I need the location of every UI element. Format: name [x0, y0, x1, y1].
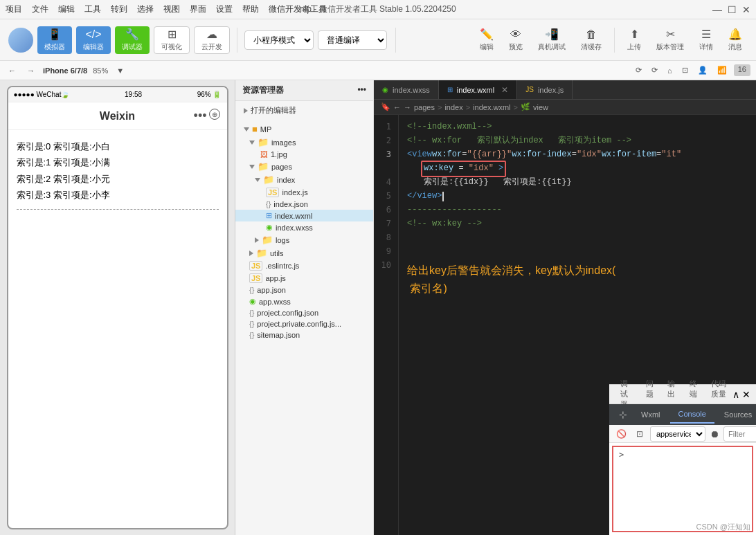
- line-num-4: 4: [377, 176, 395, 190]
- maximize-button[interactable]: ☐: [728, 4, 737, 15]
- menu-item-select[interactable]: 选择: [137, 3, 154, 15]
- mp-section: ■ MP 📁 images 🖼 1.jpg 📁 pages: [235, 120, 373, 343]
- preview-button[interactable]: 👁 预览: [503, 26, 528, 55]
- simulator-button[interactable]: 📱 模拟器: [37, 26, 72, 54]
- device-bar: ← → iPhone 6/7/8 85% ▼ ⟳ ⟳ ⌂ ⊡ 👤 📶 16: [0, 61, 756, 80]
- tab-sources[interactable]: Sources: [716, 406, 756, 423]
- visual-button[interactable]: ⊞ 可视化: [154, 26, 190, 54]
- minimize-button[interactable]: —: [712, 4, 722, 15]
- images-label: images: [271, 138, 296, 147]
- wxml-tab-close[interactable]: ✕: [501, 85, 508, 95]
- opened-editors-toggle[interactable]: 打开的编辑器: [235, 104, 373, 117]
- mp-toggle[interactable]: ■ MP: [235, 123, 373, 136]
- file-app-json[interactable]: {} app.json: [235, 284, 373, 296]
- back-button[interactable]: ←: [6, 65, 19, 76]
- mode-select[interactable]: 小程序模式: [244, 30, 314, 50]
- rotate-button[interactable]: ⟳: [633, 64, 645, 76]
- file-index-wxml[interactable]: ⊞ index.wxml: [235, 210, 373, 221]
- wifi-button[interactable]: 📶: [714, 64, 730, 76]
- sitemap-label: sitemap.json: [257, 331, 300, 339]
- opened-editors-label: 打开的编辑器: [251, 105, 296, 116]
- edit-button[interactable]: ✏️ 编辑: [474, 25, 499, 55]
- person-button[interactable]: 👤: [695, 64, 710, 76]
- breadcrumb-tree-icon: 🌿: [521, 102, 530, 111]
- device-more-button[interactable]: ▼: [114, 65, 127, 76]
- user-avatar[interactable]: [8, 28, 33, 53]
- menu-item-settings[interactable]: 设置: [216, 3, 233, 15]
- file-app-wxss[interactable]: ◉ app.wxss: [235, 296, 373, 307]
- debugger-label: 调试器: [122, 42, 143, 52]
- line-num-3: 3: [377, 148, 395, 162]
- editor-button[interactable]: </> 编辑器: [76, 26, 111, 54]
- breadcrumb-sep1: >: [438, 103, 442, 111]
- close-button[interactable]: ✕: [742, 4, 750, 15]
- breadcrumb-view[interactable]: view: [533, 103, 548, 111]
- menu-item-help[interactable]: 帮助: [242, 3, 259, 15]
- file-index-js[interactable]: JS index.js: [235, 186, 373, 199]
- images-toggle-icon: [249, 140, 255, 145]
- breadcrumb-wxml[interactable]: index.wxml: [473, 103, 510, 111]
- devtool-cursor-icon[interactable]: ⊹: [615, 406, 631, 423]
- debugger-button[interactable]: 🔧 调试器: [115, 26, 150, 54]
- tab-index-js[interactable]: JS index.js: [517, 80, 573, 99]
- panel-close-button[interactable]: ✕: [742, 389, 750, 400]
- index-folder-label: index: [277, 176, 295, 184]
- tab-index-wxml[interactable]: ⊞ index.wxml ✕: [439, 80, 517, 99]
- file-app-js[interactable]: JS app.js: [235, 272, 373, 284]
- refresh-button[interactable]: ⟳: [649, 64, 660, 76]
- tab-console[interactable]: Console: [670, 406, 714, 424]
- detail-button[interactable]: ☰ 详情: [694, 25, 719, 55]
- file-sitemap[interactable]: {} sitemap.json: [235, 329, 373, 341]
- console-record-icon[interactable]: ⏺: [710, 428, 719, 439]
- for-item-value: "it": [661, 148, 681, 161]
- console-filter-input[interactable]: [723, 426, 756, 442]
- code-line-9: [407, 245, 748, 259]
- nav-dots[interactable]: ••• ⊕: [194, 109, 220, 123]
- real-debug-button[interactable]: 📲 真机调试: [532, 25, 571, 55]
- menu-item-goto[interactable]: 转到: [111, 3, 127, 15]
- file-eslintrc[interactable]: JS .eslintrc.js: [235, 260, 373, 272]
- file-1jpg[interactable]: 🖼 1.jpg: [235, 149, 373, 160]
- resource-manager-more[interactable]: •••: [357, 84, 366, 96]
- message-button[interactable]: 🔔 消息: [723, 25, 748, 55]
- cloud-button[interactable]: ☁ 云开发: [194, 26, 230, 54]
- version-button[interactable]: ✂ 版本管理: [651, 25, 690, 55]
- chrome-devtools-tabs: ⊹ Wxml Console Sources Network Performan…: [609, 404, 756, 425]
- line-num-3b: [377, 162, 395, 176]
- upload-button[interactable]: ⬆ 上传: [622, 25, 647, 55]
- folder-pages[interactable]: 📁 pages: [235, 160, 373, 173]
- tab-index-wxss[interactable]: ◉ index.wxss: [374, 80, 439, 99]
- menu-item-tools[interactable]: 工具: [84, 3, 101, 15]
- file-index-json[interactable]: {} index.json: [235, 199, 373, 210]
- menu-item-file[interactable]: 文件: [32, 3, 48, 15]
- folder-images[interactable]: 📁 images: [235, 136, 373, 149]
- tab-wxml[interactable]: Wxml: [633, 406, 669, 423]
- console-context-select[interactable]: appservice: [650, 426, 705, 442]
- compile-select[interactable]: 普通编译: [318, 30, 387, 50]
- menu-item-view[interactable]: 视图: [163, 3, 180, 15]
- editor-icon: </>: [85, 28, 101, 41]
- breadcrumb-index[interactable]: index: [444, 103, 462, 111]
- clear-button[interactable]: 🗑 清缓存: [575, 26, 607, 55]
- console-body[interactable]: >: [612, 446, 753, 532]
- folder-index[interactable]: 📁 index: [235, 173, 373, 186]
- panel-collapse-button[interactable]: ∧: [732, 389, 739, 400]
- scan-button[interactable]: ⊡: [679, 64, 691, 76]
- file-project-private[interactable]: {} project.private.config.js...: [235, 318, 373, 329]
- menu-item-edit[interactable]: 编辑: [58, 3, 75, 15]
- breadcrumb-back[interactable]: ←: [393, 103, 401, 111]
- console-filter-button[interactable]: ⊡: [633, 428, 646, 440]
- breadcrumb-pages[interactable]: pages: [414, 103, 435, 111]
- breadcrumb-forward[interactable]: →: [404, 103, 411, 111]
- file-project-config[interactable]: {} project.config.json: [235, 307, 373, 318]
- menu-item-interface[interactable]: 界面: [190, 3, 206, 15]
- toolbar-left-group: 📱 模拟器 </> 编辑器 🔧 调试器 ⊞ 可视化 ☁ 云开发 小程序模式: [8, 26, 387, 54]
- console-clear-button[interactable]: 🚫: [613, 428, 629, 440]
- folder-logs[interactable]: 📁 logs: [235, 233, 373, 246]
- folder-utils[interactable]: 📁 utils: [235, 246, 373, 260]
- home-button[interactable]: ⌂: [665, 64, 675, 76]
- phone-panel: ●●●●● WeChat🍃 19:58 96% 🔋 Weixin ••• ⊕ 索…: [0, 80, 235, 535]
- file-index-wxss[interactable]: ◉ index.wxss: [235, 221, 373, 233]
- menu-item-project[interactable]: 项目: [6, 3, 22, 15]
- forward-button[interactable]: →: [24, 65, 37, 76]
